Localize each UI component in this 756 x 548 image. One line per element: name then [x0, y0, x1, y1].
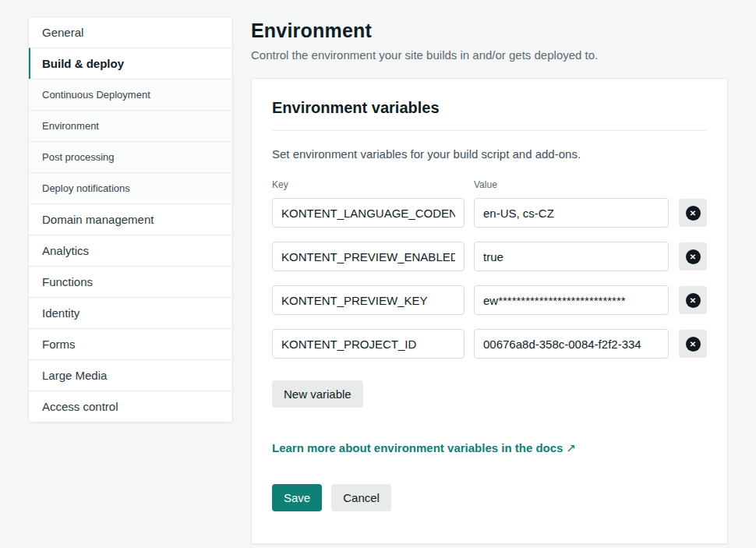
page-subtitle: Control the environment your site builds…: [251, 48, 728, 62]
delete-variable-button[interactable]: ✕: [679, 242, 707, 270]
column-labels: Key Value: [272, 179, 707, 190]
settings-layout: General Build & deploy Continuous Deploy…: [0, 0, 756, 544]
env-var-key-input[interactable]: [272, 242, 465, 271]
env-var-value-input[interactable]: [474, 242, 669, 271]
x-circle-icon: ✕: [686, 249, 701, 264]
delete-variable-button[interactable]: ✕: [679, 330, 707, 358]
value-column-label: Value: [474, 179, 669, 190]
form-actions: Save Cancel: [272, 484, 707, 511]
sidebar-item-continuous-deployment[interactable]: Continuous Deployment: [29, 79, 232, 110]
sidebar-item-analytics[interactable]: Analytics: [29, 235, 232, 266]
env-var-row: ✕: [272, 242, 707, 271]
env-var-key-input[interactable]: [272, 285, 465, 315]
x-circle-icon: ✕: [686, 206, 701, 221]
env-var-row: ✕: [272, 198, 707, 228]
delete-variable-button[interactable]: ✕: [679, 199, 707, 227]
docs-link-label: Learn more about environment variables i…: [272, 441, 563, 454]
sidebar-item-general[interactable]: General: [29, 17, 232, 48]
external-link-arrow-icon: ↗: [567, 441, 577, 454]
sidebar-item-domain-management[interactable]: Domain management: [29, 203, 232, 235]
sidebar-item-forms[interactable]: Forms: [29, 328, 232, 359]
card-title: Environment variables: [272, 99, 707, 117]
delete-variable-button[interactable]: ✕: [679, 286, 707, 314]
environment-variables-card: Environment variables Set environment va…: [251, 78, 728, 544]
env-var-row: ✕: [272, 285, 707, 315]
sidebar-item-post-processing[interactable]: Post processing: [29, 141, 232, 172]
env-var-value-input[interactable]: [474, 285, 669, 315]
x-circle-icon: ✕: [686, 337, 701, 352]
x-circle-icon: ✕: [686, 293, 701, 308]
settings-sidebar: General Build & deploy Continuous Deploy…: [28, 16, 233, 422]
page-title: Environment: [251, 19, 728, 42]
key-column-label: Key: [272, 179, 474, 190]
env-var-key-input[interactable]: [272, 198, 465, 228]
docs-link[interactable]: Learn more about environment variables i…: [272, 441, 576, 455]
sidebar-item-large-media[interactable]: Large Media: [29, 359, 232, 391]
new-variable-button[interactable]: New variable: [272, 380, 363, 408]
sidebar-item-access-control[interactable]: Access control: [29, 391, 232, 422]
env-var-key-input[interactable]: [272, 329, 465, 359]
sidebar-item-identity[interactable]: Identity: [29, 297, 232, 328]
cancel-button[interactable]: Cancel: [331, 484, 391, 511]
card-divider: [272, 130, 707, 131]
env-var-value-input[interactable]: [474, 329, 669, 359]
new-variable-wrap: New variable: [272, 380, 707, 408]
sidebar-item-deploy-notifications[interactable]: Deploy notifications: [29, 172, 232, 203]
env-var-value-input[interactable]: [474, 198, 669, 228]
env-var-row: ✕: [272, 329, 707, 359]
card-description: Set environment variables for your build…: [272, 147, 707, 161]
sidebar-item-environment[interactable]: Environment: [29, 110, 232, 141]
save-button[interactable]: Save: [272, 484, 322, 511]
main-content: Environment Control the environment your…: [251, 16, 728, 544]
sidebar-item-functions[interactable]: Functions: [29, 266, 232, 297]
sidebar-item-build-deploy[interactable]: Build & deploy: [29, 48, 232, 79]
